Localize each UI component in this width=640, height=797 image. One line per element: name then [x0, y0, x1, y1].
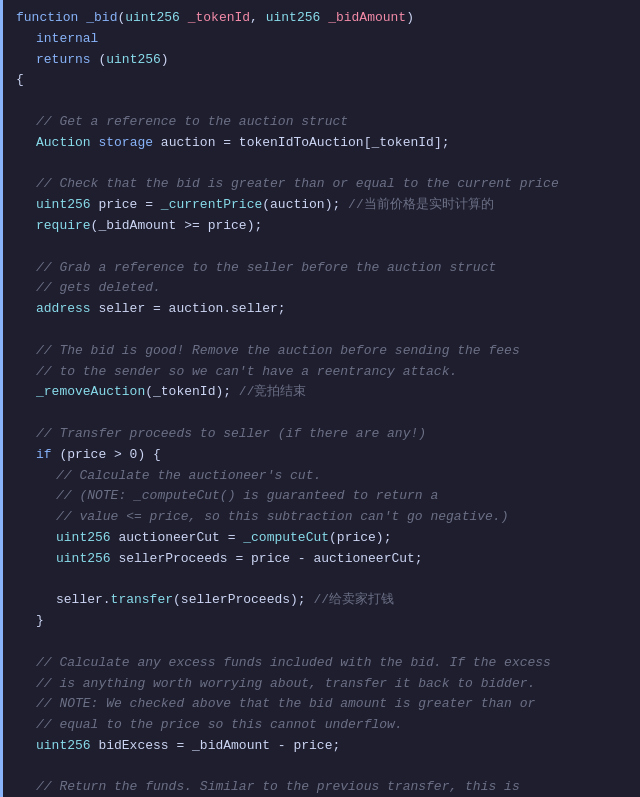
code-line [0, 91, 640, 112]
code-line: // The bid is good! Remove the auction b… [0, 341, 640, 362]
code-line [0, 570, 640, 591]
code-line: // gets deleted. [0, 278, 640, 299]
code-line: // (NOTE: _computeCut() is guaranteed to… [0, 486, 640, 507]
code-line: uint256 bidExcess = _bidAmount - price; [0, 736, 640, 757]
code-line [0, 403, 640, 424]
code-line [0, 757, 640, 778]
code-viewer: function _bid(uint256 _tokenId, uint256 … [0, 0, 640, 797]
code-line: address seller = auction.seller; [0, 299, 640, 320]
code-line: // Calculate any excess funds included w… [0, 653, 640, 674]
code-line: // Calculate the auctioneer's cut. [0, 466, 640, 487]
code-line: } [0, 611, 640, 632]
code-line: // Transfer proceeds to seller (if there… [0, 424, 640, 445]
code-line [0, 320, 640, 341]
code-line: returns (uint256) [0, 50, 640, 71]
code-line: uint256 auctioneerCut = _computeCut(pric… [0, 528, 640, 549]
code-line: uint256 sellerProceeds = price - auction… [0, 549, 640, 570]
code-line: // NOTE: We checked above that the bid a… [0, 694, 640, 715]
code-line: // to the sender so we can't have a reen… [0, 362, 640, 383]
code-line: require(_bidAmount >= price); [0, 216, 640, 237]
code-line: // Grab a reference to the seller before… [0, 258, 640, 279]
code-line [0, 632, 640, 653]
code-line: function _bid(uint256 _tokenId, uint256 … [0, 8, 640, 29]
code-line: // Get a reference to the auction struct [0, 112, 640, 133]
code-line [0, 237, 640, 258]
code-line: // is anything worth worrying about, tra… [0, 674, 640, 695]
code-line: internal [0, 29, 640, 50]
code-line: // value <= price, so this subtraction c… [0, 507, 640, 528]
code-line: // equal to the price so this cannot und… [0, 715, 640, 736]
code-line: // Check that the bid is greater than or… [0, 174, 640, 195]
code-line: uint256 price = _currentPrice(auction); … [0, 195, 640, 216]
code-line: // Return the funds. Similar to the prev… [0, 777, 640, 797]
code-line: _removeAuction(_tokenId); //竞拍结束 [0, 382, 640, 403]
code-line: if (price > 0) { [0, 445, 640, 466]
code-line: { [0, 70, 640, 91]
code-line: seller.transfer(sellerProceeds); //给卖家打钱 [0, 590, 640, 611]
code-line: Auction storage auction = tokenIdToAucti… [0, 133, 640, 154]
code-line [0, 154, 640, 175]
